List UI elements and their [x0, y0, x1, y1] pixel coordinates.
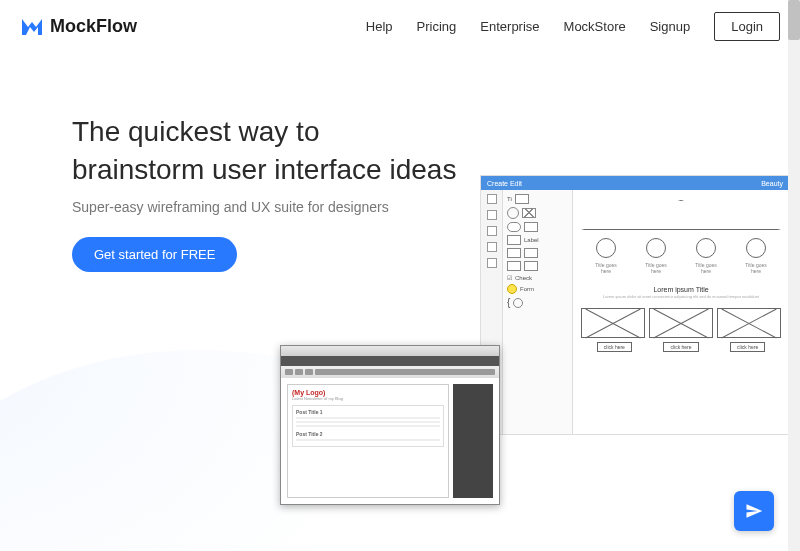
wireframe-toolbar: Create Edit Beauty: [481, 176, 789, 190]
nav-help[interactable]: Help: [366, 19, 393, 34]
wf-tool-icon: [487, 194, 497, 204]
wf-form: Form: [520, 286, 534, 292]
wf-toolbar-right: Beauty: [761, 180, 783, 187]
logo[interactable]: MockFlow: [20, 15, 137, 39]
wf-tool-icon: [487, 226, 497, 236]
header: MockFlow Help Pricing Enterprise MockSto…: [0, 0, 800, 53]
bm-post2: Post Title 2: [296, 431, 440, 437]
browser-mockup: (My Logo) Latest Newsletter of my Blog P…: [280, 345, 500, 505]
wf-check: Check: [515, 275, 532, 281]
wf-circle-row: [581, 238, 781, 258]
bm-sidebar: [453, 384, 493, 498]
wf-label: Label: [524, 237, 539, 243]
wf-label-row: Title goes here Title goes here Title go…: [581, 262, 781, 274]
nav-pricing[interactable]: Pricing: [417, 19, 457, 34]
bm-post1: Post Title 1: [296, 409, 440, 415]
wf-btn-row: click here click here click here: [581, 342, 781, 352]
scrollbar[interactable]: [788, 0, 800, 551]
hero-title-line1: The quickest way to: [72, 116, 319, 147]
nav-mockstore[interactable]: MockStore: [564, 19, 626, 34]
wf-canvas: Title goes here Title goes here Title go…: [573, 190, 789, 434]
scrollbar-thumb[interactable]: [788, 0, 800, 40]
wf-box-row: [581, 308, 781, 338]
mockflow-logo-icon: [20, 15, 44, 39]
bm-subtext: Latest Newsletter of my Blog: [292, 396, 444, 401]
mockup-illustration: Create Edit Beauty Ti Label ☑Check Form …: [280, 175, 790, 515]
chat-fab-button[interactable]: [734, 491, 774, 531]
wireframe-editor-mockup: Create Edit Beauty Ti Label ☑Check Form …: [480, 175, 790, 435]
wf-text-tool: Ti: [507, 196, 512, 202]
login-button[interactable]: Login: [714, 12, 780, 41]
logo-text: MockFlow: [50, 16, 137, 37]
bm-tabs: [281, 356, 499, 366]
wf-tool-icon: [487, 210, 497, 220]
wf-section-title: Lorem ipsum Title: [581, 286, 781, 293]
main-nav: Help Pricing Enterprise MockStore Signup…: [366, 12, 780, 41]
bm-content: (My Logo) Latest Newsletter of my Blog P…: [281, 378, 499, 504]
bm-toolbar: [281, 366, 499, 378]
bm-titlebar: [281, 346, 499, 356]
bm-logo: (My Logo): [292, 389, 444, 396]
wf-lorem-text: Lorem ipsum dolor sit amet consectetur a…: [581, 295, 781, 300]
wf-roof-shape: [581, 200, 781, 230]
wf-toolbar-left: Create Edit: [487, 180, 522, 187]
wf-tool-icon: [487, 258, 497, 268]
paper-plane-icon: [745, 502, 763, 520]
wf-tool-icon: [487, 242, 497, 252]
nav-enterprise[interactable]: Enterprise: [480, 19, 539, 34]
cta-button[interactable]: Get started for FREE: [72, 237, 237, 272]
nav-signup[interactable]: Signup: [650, 19, 690, 34]
wf-components-panel: Ti Label ☑Check Form {: [503, 190, 573, 434]
